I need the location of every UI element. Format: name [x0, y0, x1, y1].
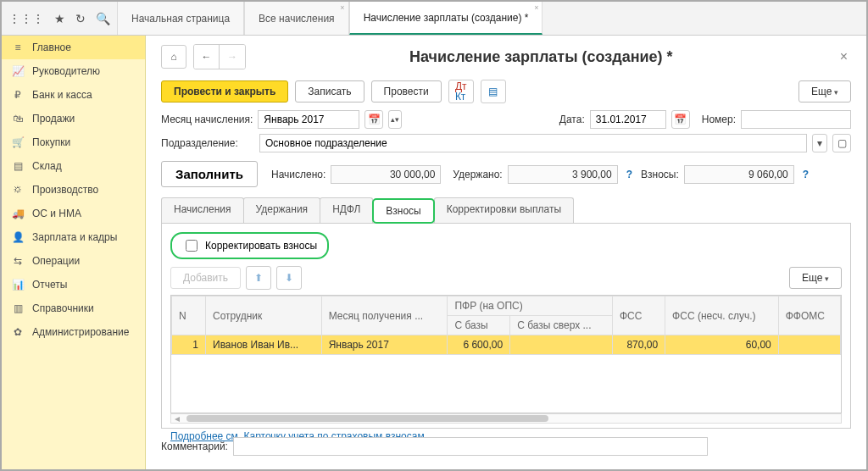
gear-icon: ⛭	[12, 184, 24, 196]
col-month: Месяц получения ...	[321, 296, 448, 335]
contrib-label: Взносы:	[641, 169, 679, 180]
contrib-value	[684, 165, 794, 184]
bag-icon: 🛍	[12, 113, 24, 125]
panel-more-button[interactable]: Еще	[789, 267, 842, 289]
fill-button[interactable]: Заполнить	[161, 161, 258, 187]
cell-ffoms	[778, 335, 840, 355]
sidebar-item-bank[interactable]: ₽Банк и касса	[2, 83, 145, 107]
sidebar-item-reports[interactable]: 📊Отчеты	[2, 273, 145, 296]
close-form-button[interactable]: ×	[837, 49, 851, 64]
col-fss-ns: ФСС (несч. случ.)	[665, 296, 779, 335]
withheld-label: Удержано:	[453, 169, 502, 180]
page-title: Начисление зарплаты (создание) *	[253, 48, 830, 66]
ruble-icon: ₽	[12, 89, 24, 101]
post-and-close-button[interactable]: Провести и закрыть	[161, 80, 288, 103]
sidebar-item-manager[interactable]: 📈Руководителю	[2, 59, 145, 83]
history-icon[interactable]: ↻	[75, 12, 86, 25]
cell-n: 1	[172, 335, 206, 355]
close-icon[interactable]: ×	[340, 3, 344, 12]
dept-input[interactable]	[259, 134, 807, 152]
calendar-icon[interactable]: 📅	[364, 110, 383, 129]
cell-pfr-over	[510, 335, 613, 355]
sidebar-item-salary[interactable]: 👤Зарплата и кадры	[2, 225, 145, 249]
back-button[interactable]: ←	[194, 45, 220, 69]
top-bar: ⋮⋮⋮ ★ ↻ 🔍 Начальная страница Все начисле…	[2, 2, 866, 36]
open-ref-icon[interactable]: ▢	[832, 134, 851, 152]
stepper-icon[interactable]: ▴▾	[388, 110, 402, 129]
print-button[interactable]: ▤	[481, 80, 506, 103]
tab-home[interactable]: Начальная страница	[117, 2, 244, 35]
sidebar-item-assets[interactable]: 🚚ОС и НМА	[2, 202, 145, 225]
more-button[interactable]: Еще	[798, 80, 851, 103]
dk-button[interactable]: ДтКт	[448, 80, 474, 103]
close-icon[interactable]: ×	[534, 3, 538, 12]
hint-icon[interactable]: ?	[623, 169, 636, 180]
move-up-button[interactable]: ⬆	[246, 266, 271, 290]
correct-checkbox-label: Корректировать взносы	[205, 240, 317, 252]
sidebar: ≡Главное 📈Руководителю ₽Банк и касса 🛍Пр…	[2, 36, 146, 469]
table-row[interactable]: 1 Иванов Иван Ив... Январь 2017 6 600,00…	[172, 335, 841, 355]
dropdown-icon[interactable]: ▾	[812, 134, 827, 152]
date-input[interactable]	[590, 110, 666, 129]
sidebar-item-admin[interactable]: ✿Администрирование	[2, 320, 145, 344]
cart-icon: 🛒	[12, 136, 24, 148]
write-button[interactable]: Записать	[295, 80, 364, 103]
tab-accruals[interactable]: Начисления	[161, 197, 244, 223]
col-employee: Сотрудник	[206, 296, 322, 335]
swap-icon: ⇆	[12, 255, 24, 267]
tab-ndfl[interactable]: НДФЛ	[320, 197, 373, 223]
month-input[interactable]	[258, 110, 359, 129]
sidebar-item-catalogs[interactable]: ▥Справочники	[2, 296, 145, 320]
correct-checkbox[interactable]: Корректировать взносы	[170, 232, 329, 259]
sidebar-item-sales[interactable]: 🛍Продажи	[2, 107, 145, 130]
sidebar-item-operations[interactable]: ⇆Операции	[2, 249, 145, 273]
home-button[interactable]: ⌂	[161, 45, 186, 69]
month-label: Месяц начисления:	[161, 114, 253, 125]
col-fss: ФСС	[612, 296, 665, 335]
sidebar-item-main[interactable]: ≡Главное	[2, 36, 145, 59]
hint-icon[interactable]: ?	[799, 169, 812, 180]
top-icons: ⋮⋮⋮ ★ ↻ 🔍	[2, 2, 117, 35]
post-button[interactable]: Провести	[371, 80, 442, 103]
tab-contributions[interactable]: Взносы	[372, 198, 434, 224]
withheld-value	[508, 165, 618, 184]
date-label: Дата:	[559, 114, 585, 125]
dept-label: Подразделение:	[161, 137, 254, 149]
tab-all[interactable]: Все начисления ×	[244, 2, 349, 35]
cell-employee: Иванов Иван Ив...	[206, 335, 322, 355]
tab-current[interactable]: Начисление зарплаты (создание) * ×	[349, 2, 543, 35]
cell-pfr-base: 6 600,00	[448, 335, 510, 355]
truck-icon: 🚚	[12, 208, 24, 219]
forward-button[interactable]: →	[220, 45, 245, 69]
move-down-button[interactable]: ⬇	[276, 266, 302, 290]
date-picker-icon[interactable]: 📅	[671, 110, 690, 129]
cell-month: Январь 2017	[321, 335, 448, 355]
report-icon: 📊	[12, 279, 24, 291]
number-input[interactable]	[741, 110, 851, 129]
horizontal-scrollbar[interactable]: ◂	[170, 413, 842, 424]
star-icon[interactable]: ★	[54, 12, 65, 25]
person-icon: 👤	[12, 231, 24, 243]
book-icon: ▥	[12, 302, 24, 314]
correct-checkbox-input[interactable]	[186, 240, 198, 252]
menu-icon: ≡	[12, 42, 24, 53]
cell-fss-ns: 60,00	[665, 335, 779, 355]
contributions-grid[interactable]: N Сотрудник Месяц получения ... ПФР (на …	[170, 295, 842, 413]
col-ffoms: ФФОМС	[778, 296, 840, 335]
boxes-icon: ▤	[12, 160, 24, 172]
accrued-label: Начислено:	[271, 169, 326, 180]
comment-input[interactable]	[233, 437, 708, 456]
sidebar-item-warehouse[interactable]: ▤Склад	[2, 154, 145, 178]
tab-withholdings[interactable]: Удержания	[243, 197, 321, 223]
add-button[interactable]: Добавить	[170, 267, 241, 289]
number-label: Номер:	[702, 114, 736, 125]
tab-corrections[interactable]: Корректировки выплаты	[434, 197, 574, 223]
comment-label: Комментарий:	[161, 441, 228, 452]
apps-icon[interactable]: ⋮⋮⋮	[8, 12, 44, 25]
sidebar-item-production[interactable]: ⛭Производство	[2, 178, 145, 202]
col-pfr-base: С базы	[448, 316, 510, 335]
sidebar-item-purchases[interactable]: 🛒Покупки	[2, 130, 145, 154]
search-icon[interactable]: 🔍	[96, 12, 110, 25]
chart-icon: 📈	[12, 65, 24, 77]
col-pfr: ПФР (на ОПС)	[448, 296, 613, 316]
